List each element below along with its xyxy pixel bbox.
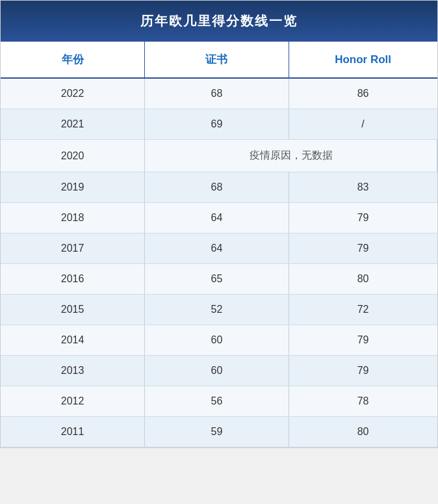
cell-cert: 56 xyxy=(145,386,289,417)
data-table: 年份 证书 Honor Roll 20226886202169/2020疫情原因… xyxy=(1,42,437,447)
cell-honor: 86 xyxy=(289,78,437,109)
cell-year: 2016 xyxy=(1,264,145,295)
table-row: 20166580 xyxy=(1,264,437,295)
table-row: 20196883 xyxy=(1,172,437,203)
cell-year: 2015 xyxy=(1,295,145,325)
table-row: 2020疫情原因，无数据 xyxy=(1,140,437,172)
cell-honor: / xyxy=(289,109,437,140)
table-row: 20226886 xyxy=(1,78,437,109)
table-body: 20226886202169/2020疫情原因，无数据2019688320186… xyxy=(1,78,437,447)
table-header-row: 年份 证书 Honor Roll xyxy=(1,42,437,78)
cell-year: 2011 xyxy=(1,417,145,447)
cell-cert: 60 xyxy=(145,356,289,386)
table-row: 20155272 xyxy=(1,295,437,325)
cell-year: 2021 xyxy=(1,109,145,140)
column-header-cert: 证书 xyxy=(145,42,289,78)
cell-year: 2018 xyxy=(1,203,145,233)
table-row: 20125678 xyxy=(1,386,437,417)
cell-cert: 60 xyxy=(145,325,289,356)
table-row: 20115980 xyxy=(1,417,437,447)
cell-year: 2014 xyxy=(1,325,145,356)
table-row: 20186479 xyxy=(1,203,437,233)
cell-cert: 65 xyxy=(145,264,289,295)
cell-honor: 79 xyxy=(289,356,437,386)
cell-year: 2020 xyxy=(1,140,145,172)
cell-cert: 64 xyxy=(145,233,289,264)
main-container: 历年欧几里得分数线一览 年份 证书 Honor Roll 20226886202… xyxy=(0,0,438,448)
cell-year: 2019 xyxy=(1,172,145,203)
cell-honor: 83 xyxy=(289,172,437,203)
cell-honor: 80 xyxy=(289,264,437,295)
cell-year: 2012 xyxy=(1,386,145,417)
cell-cert: 68 xyxy=(145,172,289,203)
cell-year: 2017 xyxy=(1,233,145,264)
cell-cert: 69 xyxy=(145,109,289,140)
cell-honor: 78 xyxy=(289,386,437,417)
cell-honor: 72 xyxy=(289,295,437,325)
column-header-honor: Honor Roll xyxy=(289,42,437,78)
table-row: 20136079 xyxy=(1,356,437,386)
cell-honor: 79 xyxy=(289,203,437,233)
cell-cert: 59 xyxy=(145,417,289,447)
column-header-year: 年份 xyxy=(1,42,145,78)
cell-honor: 79 xyxy=(289,325,437,356)
cell-year: 2022 xyxy=(1,78,145,109)
cell-honor: 79 xyxy=(289,233,437,264)
cell-honor: 80 xyxy=(289,417,437,447)
table-title: 历年欧几里得分数线一览 xyxy=(1,1,437,42)
cell-year: 2013 xyxy=(1,356,145,386)
table-row: 20176479 xyxy=(1,233,437,264)
cell-cert: 68 xyxy=(145,78,289,109)
cell-cert: 64 xyxy=(145,203,289,233)
cell-merged: 疫情原因，无数据 xyxy=(145,140,437,172)
cell-cert: 52 xyxy=(145,295,289,325)
table-row: 20146079 xyxy=(1,325,437,356)
table-row: 202169/ xyxy=(1,109,437,140)
